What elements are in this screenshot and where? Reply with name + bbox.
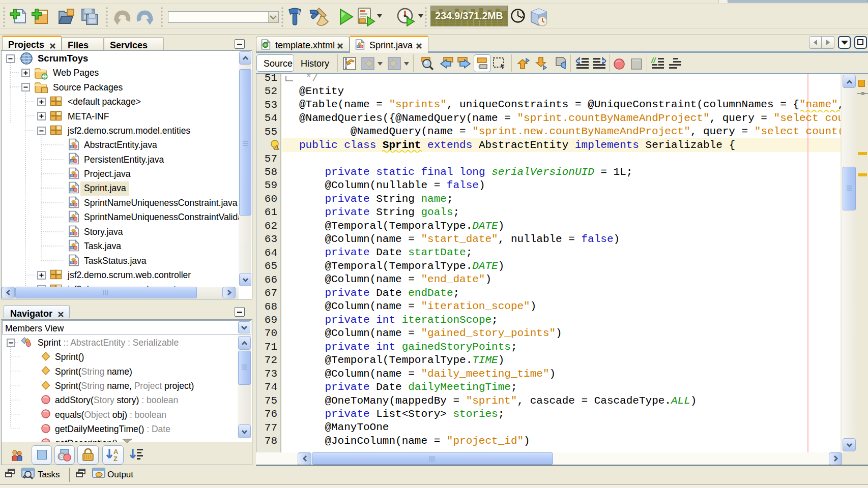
svg-text:S: S <box>60 453 64 461</box>
svg-text:A: A <box>113 448 119 455</box>
svg-text:Z: Z <box>113 455 118 462</box>
svg-text://: // <box>651 57 656 65</box>
svg-text:!: ! <box>276 145 278 150</box>
